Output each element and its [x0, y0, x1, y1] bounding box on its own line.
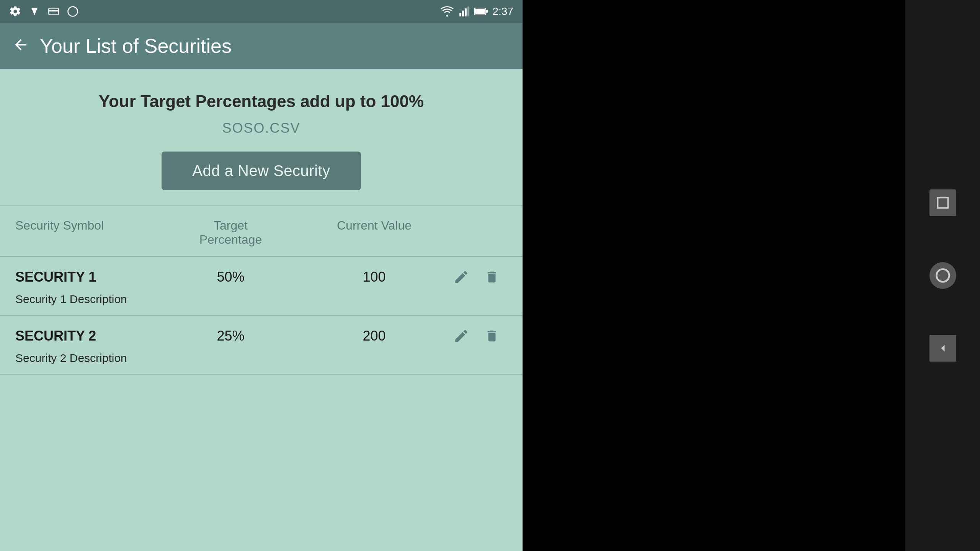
svg-rect-8: [486, 10, 488, 13]
signal-icon: [459, 6, 470, 17]
delete-security-button[interactable]: [477, 266, 507, 288]
card-icon: [47, 5, 60, 18]
svg-rect-4: [462, 11, 464, 16]
status-right: 2:37: [440, 5, 514, 18]
back-button[interactable]: [12, 36, 29, 56]
security-current-value: 200: [302, 328, 446, 344]
table-header: Security Symbol Target Percentage Curren…: [0, 206, 523, 257]
col-value-header: Current Value: [302, 218, 446, 247]
security-symbol: SECURITY 1: [15, 269, 159, 285]
edit-security-button[interactable]: [446, 325, 477, 347]
status-icons: [9, 5, 79, 18]
add-security-button[interactable]: Add a New Security: [162, 152, 361, 190]
battery-icon: [474, 7, 488, 16]
securities-list: SECURITY 1 50% 100 Security 1 Descriptio…: [0, 257, 523, 375]
col-target-header: Target Percentage: [159, 218, 302, 247]
delete-security-button[interactable]: [477, 325, 507, 347]
table-row: SECURITY 2 25% 200 Security 2 Descriptio…: [0, 316, 523, 375]
settings-icon: [9, 5, 21, 18]
target-section: Your Target Percentages add up to 100% S…: [0, 69, 523, 206]
status-bar: 2:37: [0, 0, 523, 23]
loader-icon: [67, 5, 79, 18]
nav-circle-button[interactable]: [929, 262, 956, 289]
col-delete-header: [477, 218, 507, 247]
svg-rect-6: [467, 7, 469, 16]
font-icon: [28, 5, 41, 18]
csv-filename: SOSO.CSV: [15, 120, 507, 136]
col-edit-header: [446, 218, 477, 247]
col-symbol-header: Security Symbol: [15, 218, 159, 247]
time-display: 2:37: [493, 5, 514, 18]
page-title: Your List of Securities: [40, 34, 232, 57]
nav-square-button[interactable]: [929, 189, 956, 216]
side-nav: [905, 0, 980, 551]
svg-rect-10: [938, 198, 948, 208]
security-current-value: 100: [302, 269, 446, 285]
svg-rect-9: [475, 9, 485, 14]
nav-back-button[interactable]: [929, 335, 956, 362]
svg-rect-3: [459, 13, 461, 16]
security-symbol: SECURITY 2: [15, 328, 159, 344]
wifi-icon: [440, 6, 454, 17]
security-description: Security 1 Description: [15, 291, 507, 306]
target-message: Your Target Percentages add up to 100%: [15, 92, 507, 111]
svg-rect-1: [49, 10, 59, 11]
app-bar: Your List of Securities: [0, 23, 523, 69]
main-content: Your Target Percentages add up to 100% S…: [0, 69, 523, 551]
svg-point-11: [936, 269, 949, 282]
security-description: Security 2 Description: [15, 350, 507, 365]
edit-security-button[interactable]: [446, 266, 477, 288]
security-target-pct: 25%: [159, 328, 302, 344]
table-row: SECURITY 1 50% 100 Security 1 Descriptio…: [0, 257, 523, 316]
svg-rect-5: [465, 8, 467, 16]
security-target-pct: 50%: [159, 269, 302, 285]
